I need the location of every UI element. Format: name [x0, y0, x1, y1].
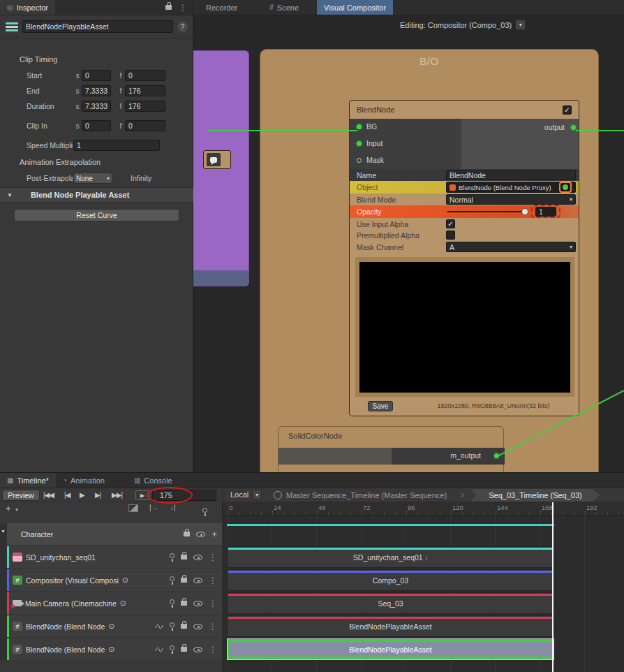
opacity-slider[interactable]: [447, 211, 526, 212]
tab-visual-compositor[interactable]: Visual Compositor: [317, 0, 393, 15]
breadcrumb-current[interactable]: Seq_03_Timeline (Seq_03): [470, 489, 600, 502]
speed-multiplier-field[interactable]: 1: [73, 140, 160, 151]
duration-seconds-field[interactable]: 7.3333: [82, 101, 111, 112]
save-button[interactable]: Save: [368, 401, 393, 411]
eye-icon[interactable]: [193, 555, 202, 560]
marker-pin-icon[interactable]: [202, 508, 207, 513]
post-extrapolate-dropdown[interactable]: None ▾: [73, 173, 112, 184]
reference-mode-dropdown[interactable]: Local ▾: [230, 490, 262, 499]
clip-compo-03[interactable]: Compo_03: [227, 569, 554, 591]
next-frame-button[interactable]: ▶|: [95, 491, 101, 499]
lock-icon[interactable]: [181, 601, 187, 606]
help-icon[interactable]: ?: [177, 22, 188, 32]
eye-icon[interactable]: [193, 601, 202, 606]
port-bg[interactable]: BG: [357, 122, 377, 131]
tab-scene[interactable]: # Scene: [262, 0, 306, 15]
kebab-menu-icon[interactable]: ⋮: [209, 645, 217, 655]
group-foldout-icon[interactable]: ▼: [1, 529, 6, 534]
mask-channel-dropdown[interactable]: A ▾: [446, 242, 576, 252]
kebab-menu-icon[interactable]: ⋮: [209, 599, 217, 608]
end-seconds-field[interactable]: 7.3333: [82, 85, 111, 96]
lock-icon[interactable]: [181, 555, 187, 560]
slider-handle[interactable]: [521, 208, 528, 215]
track-blendnode-2[interactable]: # BlendNode (Blend Node ⊙ ⋮: [7, 638, 222, 660]
asset-name-field[interactable]: [22, 20, 173, 33]
node-enabled-checkbox[interactable]: ✓: [563, 105, 572, 115]
curves-view-toggle-icon[interactable]: [128, 504, 138, 512]
eye-icon[interactable]: [193, 647, 202, 652]
add-to-group-icon[interactable]: +: [211, 529, 217, 539]
use-input-alpha-checkbox[interactable]: ✓: [446, 219, 455, 228]
eye-icon[interactable]: [193, 578, 202, 583]
reset-curve-button[interactable]: Reset Curve: [14, 209, 179, 221]
clip-blendnode-1[interactable]: BlendNodePlayableAsset: [227, 615, 554, 637]
eye-icon[interactable]: [193, 624, 202, 629]
tab-recorder[interactable]: Recorder: [199, 0, 244, 15]
kebab-menu-icon[interactable]: ⋮: [209, 622, 217, 631]
go-to-start-button[interactable]: |◀◀: [43, 491, 54, 499]
lock-icon[interactable]: [184, 532, 190, 536]
premultiplied-alpha-checkbox[interactable]: [446, 231, 455, 240]
current-frame-field[interactable]: [152, 490, 216, 501]
end-frames-field[interactable]: 176: [125, 85, 165, 96]
blend-node-foldout[interactable]: ▼ Blend Node Playable Asset: [0, 187, 193, 203]
object-picker-icon[interactable]: ⊙: [108, 622, 114, 631]
pin-icon[interactable]: [170, 645, 174, 650]
clip-in-frames-field[interactable]: 0: [125, 120, 165, 131]
playhead[interactable]: [552, 502, 554, 672]
go-to-end-button[interactable]: ▶▶|: [112, 491, 122, 499]
clip-blendnode-2-selected[interactable]: BlendNodePlayableAsset: [227, 638, 554, 660]
port-input[interactable]: Input: [357, 139, 382, 147]
curves-icon[interactable]: [155, 623, 163, 630]
clip-seq-03[interactable]: Seq_03: [227, 592, 554, 614]
track-sd-unitychan[interactable]: SD_unitychan_seq01 ⋮: [7, 546, 222, 568]
duration-frames-field[interactable]: 176: [125, 101, 165, 112]
tab-inspector[interactable]: ◎ Inspector: [0, 0, 55, 15]
m-output-dot[interactable]: [494, 453, 499, 458]
lock-icon[interactable]: [181, 624, 187, 629]
preview-toggle-button[interactable]: Preview: [2, 490, 40, 501]
object-picker-icon[interactable]: [559, 182, 572, 193]
pin-icon[interactable]: [170, 599, 174, 604]
track-group-character[interactable]: Character +: [7, 523, 222, 545]
edit-mode-mix-icon[interactable]: |→: [149, 504, 158, 511]
play-button[interactable]: ▶: [80, 491, 84, 499]
lock-icon[interactable]: [181, 647, 187, 652]
name-field[interactable]: BlendNode: [446, 170, 576, 180]
kebab-menu-icon[interactable]: ⋮: [179, 3, 187, 13]
breadcrumb-master[interactable]: Master Sequence_Timeline (Master Sequenc…: [286, 491, 447, 499]
pin-icon[interactable]: [170, 553, 174, 558]
start-seconds-field[interactable]: 0: [82, 70, 111, 81]
curves-icon[interactable]: [155, 646, 163, 653]
kebab-menu-icon[interactable]: ⋮: [209, 576, 217, 585]
object-picker-icon[interactable]: ⊙: [122, 576, 128, 585]
kebab-menu-icon[interactable]: ⋮: [209, 553, 217, 562]
clip-sd-unitychan[interactable]: SD_unitychan_seq01 ↓: [227, 546, 554, 568]
opacity-value-field[interactable]: 1: [535, 207, 556, 217]
pin-icon[interactable]: [170, 622, 174, 627]
track-compositor[interactable]: # Compositor (Visual Composi ⊙ ⋮: [7, 569, 222, 591]
tab-timeline[interactable]: ▦ Timeline*: [0, 473, 56, 488]
track-main-camera[interactable]: Main Camera (Cinemachine ⊙ ⋮: [7, 592, 222, 614]
editing-compositor-dropdown[interactable]: Editing: Compositor (Compo_03) ▾: [400, 20, 526, 30]
object-field[interactable]: BlendNode (Blend Node Proxy): [446, 182, 576, 193]
add-track-button[interactable]: +: [6, 503, 11, 513]
port-output-dot[interactable]: [571, 125, 576, 130]
edit-mode-replace-icon[interactable]: ↓|: [170, 504, 176, 511]
pin-icon[interactable]: [170, 576, 174, 581]
tab-console[interactable]: ▥ Console: [127, 473, 179, 488]
blend-mode-dropdown[interactable]: Normal ▾: [446, 194, 576, 205]
add-track-caret-icon[interactable]: ▾: [15, 506, 18, 513]
track-blendnode-1[interactable]: # BlendNode (Blend Node ⊙ ⋮: [7, 615, 222, 637]
play-range-toggle[interactable]: ▶: [135, 490, 149, 500]
compositor-graph[interactable]: B/O Editing: Compositor (Compo_03) ▾ Ble…: [193, 15, 624, 472]
start-frames-field[interactable]: 0: [125, 70, 165, 81]
port-mask[interactable]: Mask: [357, 156, 384, 164]
object-picker-icon[interactable]: ⊙: [120, 599, 126, 608]
lock-icon[interactable]: [165, 5, 172, 10]
previous-frame-button[interactable]: |◀: [64, 491, 70, 499]
node-comment[interactable]: [203, 150, 231, 169]
node-solid-color[interactable]: SolidColorNode m_output: [278, 426, 504, 472]
object-picker-icon[interactable]: ⊙: [108, 645, 114, 654]
timeline-ruler[interactable]: 0 24 48 72 96 120 144 168 192: [222, 502, 624, 516]
